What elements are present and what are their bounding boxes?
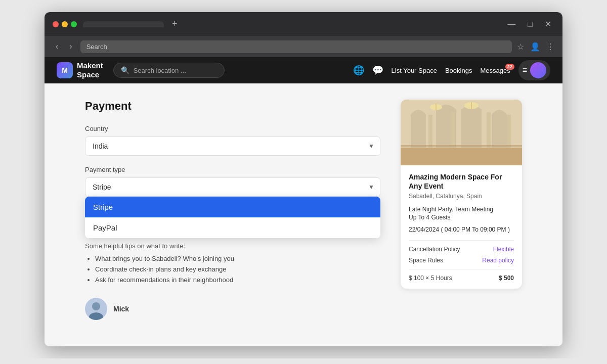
minimize-dot[interactable] [62,21,68,27]
space-rules-row: Space Rules Read policy [409,257,514,264]
country-value: India [93,142,108,150]
address-bar[interactable]: Search [80,40,512,53]
svg-rect-4 [401,145,522,165]
globe-icon[interactable]: 🌐 [353,65,364,76]
messages-button[interactable]: Messages 22 [480,67,510,74]
space-tags: Late Night Party, Team Meeting [409,206,514,213]
space-location: Sabadell, Catalunya, Spain [409,193,514,200]
payment-type-select-wrapper[interactable]: Stripe ▼ [85,177,380,197]
maximize-dot[interactable] [71,21,77,27]
country-label: Country [85,125,380,132]
dropdown-option-stripe[interactable]: Stripe [85,197,380,217]
close-dot[interactable] [53,21,59,27]
forward-button[interactable]: › [66,40,75,53]
pricing-row: $ 100 × 5 Hours $ 500 [409,275,514,282]
cancellation-policy-value: Flexible [493,246,514,253]
window-close-button[interactable]: ✕ [542,17,554,31]
pricing-label: $ 100 × 5 Hours [409,275,452,282]
back-button[interactable]: ‹ [53,40,61,53]
profile-icon[interactable]: 👤 [530,42,540,52]
payment-type-select[interactable]: Stripe [85,177,380,197]
brand-logo-icon: M [57,62,73,78]
space-info: Amazing Modern Space For Any Event Sabad… [401,165,522,289]
browser-tab[interactable] [83,21,164,27]
brand-name-text: Makent Space [77,61,103,79]
new-tab-button[interactable]: + [170,19,180,29]
read-policy-link[interactable]: Read policy [482,257,514,264]
bookings-link[interactable]: Bookings [445,67,472,74]
svg-rect-11 [451,112,455,148]
tip-item-1: What brings you to Sabadell? Who's joini… [95,255,380,262]
cancellation-policy-row: Cancellation Policy Flexible [409,246,514,253]
space-image [401,100,522,165]
country-select[interactable]: India [85,136,380,156]
user-menu-button[interactable]: ≡ [518,60,550,80]
window-minimize-button[interactable]: — [504,18,518,31]
search-icon: 🔍 [121,66,129,74]
host-avatar [85,298,107,320]
search-placeholder-text: Search location ... [134,67,186,74]
svg-rect-13 [507,115,511,148]
payment-type-dropdown: Stripe PayPal [85,197,380,238]
window-restore-button[interactable]: □ [525,18,536,31]
svg-point-1 [92,302,100,310]
tip-item-2: Coordinate check-in plans and key exchan… [95,265,380,273]
divider-1 [409,240,514,241]
tips-heading: Some helpful tips on what to write: [85,242,380,250]
space-guests: Up To 4 Guests [409,214,514,221]
space-card: Amazing Modern Space For Any Event Sabad… [401,100,522,289]
country-select-wrapper[interactable]: India ▼ [85,136,380,156]
user-avatar [530,62,546,78]
search-location-bar[interactable]: 🔍 Search location ... [113,63,225,78]
dropdown-option-paypal[interactable]: PayPal [85,217,380,238]
tip-item-3: Ask for recommendations in their neighbo… [95,276,380,284]
tips-section: Some helpful tips on what to write: What… [85,242,380,284]
space-rules-label: Space Rules [409,257,443,264]
window-controls [53,21,77,27]
payment-type-value: Stripe [93,183,111,191]
svg-rect-12 [487,112,491,148]
wechat-icon[interactable]: 💬 [372,65,383,76]
hamburger-icon: ≡ [523,66,527,75]
brand-logo-area[interactable]: M Makent Space [57,61,103,79]
pricing-value: $ 500 [499,275,514,282]
host-row: Mick [85,298,380,320]
more-icon[interactable]: ⋮ [546,42,554,52]
payment-panel: Payment Country India ▼ Payment type Str… [85,100,380,320]
space-title: Amazing Modern Space For Any Event [409,172,514,191]
tips-list: What brings you to Sabadell? Who's joini… [85,255,380,284]
host-name: Mick [113,305,129,313]
bookmark-icon[interactable]: ☆ [517,42,524,52]
space-dates: 22/04/2024 ( 04:00 PM To 09:00 PM ) [409,226,514,233]
address-bar-text: Search [86,43,107,51]
page-title: Payment [85,100,380,113]
messages-badge: 22 [505,64,514,70]
svg-rect-14 [401,145,522,147]
country-section: Country India ▼ [85,125,380,156]
divider-2 [409,269,514,269]
svg-rect-10 [428,115,432,148]
payment-type-label: Payment type [85,166,380,173]
list-space-link[interactable]: List Your Space [392,67,437,74]
cancellation-policy-label: Cancellation Policy [409,246,460,253]
payment-type-section: Payment type Stripe ▼ Stripe PayPal [85,166,380,197]
